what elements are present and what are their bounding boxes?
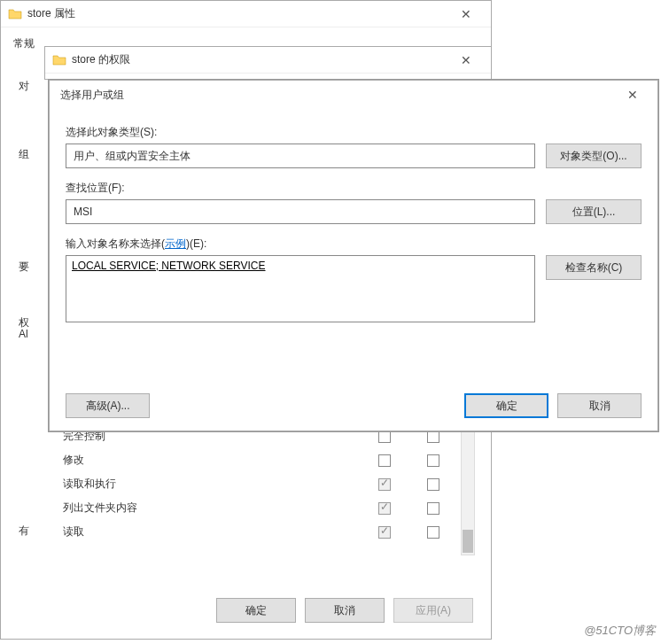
properties-title: store 属性	[27, 6, 448, 21]
table-row: 读取	[63, 520, 475, 544]
permissions-titlebar: store 的权限 ✕	[45, 47, 491, 74]
permissions-scrollbar[interactable]	[461, 424, 475, 555]
perm-name: 列出文件夹内容	[63, 500, 360, 516]
close-icon[interactable]: ✕	[448, 7, 484, 21]
label-group: 组	[19, 147, 29, 162]
properties-titlebar: store 属性 ✕	[1, 1, 491, 27]
select-users-dialog: 选择用户或组 ✕ 选择此对象类型(S): 用户、组或内置安全主体 对象类型(O)…	[49, 80, 658, 431]
table-row: 修改	[63, 448, 475, 472]
perm-name: 读取	[63, 524, 360, 539]
table-row: 列出文件夹内容	[63, 496, 475, 520]
object-names-input[interactable]: LOCAL SERVICE; NETWORK SERVICE	[66, 255, 535, 322]
allow-checkbox[interactable]	[378, 454, 391, 467]
permissions-window: store 的权限 ✕	[44, 46, 492, 80]
locations-button[interactable]: 位置(L)...	[546, 199, 642, 224]
deny-checkbox[interactable]	[427, 454, 439, 467]
label-perm-short: 权	[19, 315, 29, 330]
permissions-table: 完全控制 修改 读取和执行 列出文件夹内容 读取	[63, 424, 475, 544]
watermark: @51CTO博客	[584, 623, 656, 639]
ok-button[interactable]: 确定	[464, 393, 548, 418]
advanced-button[interactable]: 高级(A)...	[66, 393, 150, 418]
ok-button[interactable]: 确定	[216, 598, 296, 623]
example-link[interactable]: 示例	[165, 237, 186, 250]
folder-icon	[52, 53, 66, 67]
close-icon[interactable]: ✕	[448, 53, 484, 67]
select-titlebar: 选择用户或组 ✕	[50, 81, 657, 109]
label-obj: 对	[19, 79, 29, 94]
check-names-button[interactable]: 检查名称(C)	[546, 255, 642, 280]
deny-checkbox[interactable]	[427, 502, 439, 515]
allow-checkbox[interactable]	[378, 526, 391, 539]
label-have: 有	[19, 524, 29, 539]
folder-icon	[8, 7, 22, 21]
location-field: MSI	[66, 199, 535, 224]
names-label: 输入对象名称来选择(示例)(E):	[66, 237, 642, 252]
left-label-column: 对 组 要 Al	[19, 79, 29, 344]
allow-checkbox[interactable]	[378, 431, 391, 443]
scrollbar-thumb[interactable]	[463, 530, 473, 553]
permissions-title: store 的权限	[72, 52, 448, 67]
deny-checkbox[interactable]	[427, 526, 439, 539]
perm-name: 读取和执行	[63, 477, 360, 492]
deny-checkbox[interactable]	[427, 478, 439, 491]
label-need: 要	[19, 260, 29, 275]
close-icon[interactable]: ✕	[615, 88, 650, 102]
deny-checkbox[interactable]	[427, 431, 439, 443]
allow-checkbox[interactable]	[378, 478, 391, 491]
location-label: 查找位置(F):	[66, 181, 642, 196]
object-type-label: 选择此对象类型(S):	[66, 125, 642, 140]
properties-bottom-buttons: 确定 取消 应用(A)	[216, 598, 473, 623]
object-type-field: 用户、组或内置安全主体	[66, 144, 535, 168]
cancel-button[interactable]: 取消	[305, 598, 385, 623]
cancel-button[interactable]: 取消	[557, 393, 642, 418]
select-title: 选择用户或组	[57, 88, 615, 103]
table-row: 读取和执行	[63, 472, 475, 496]
perm-name: 修改	[63, 453, 360, 468]
allow-checkbox[interactable]	[378, 502, 391, 515]
object-types-button[interactable]: 对象类型(O)...	[546, 144, 642, 168]
apply-button[interactable]: 应用(A)	[393, 598, 473, 623]
